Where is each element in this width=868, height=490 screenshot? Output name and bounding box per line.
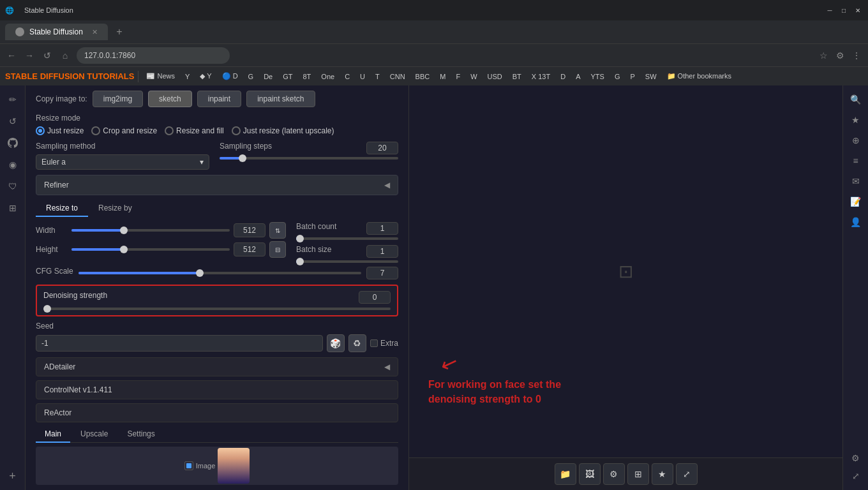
- bookmark-y1[interactable]: Y: [181, 71, 193, 82]
- tab-resize-by[interactable]: Resize by: [88, 200, 142, 217]
- forward-button[interactable]: →: [23, 49, 36, 62]
- swap-dimensions-button[interactable]: ⇅: [269, 222, 286, 239]
- right-sidebar-search[interactable]: 🔍: [847, 91, 865, 108]
- adetailer-accordion[interactable]: ADetailer ◀: [36, 357, 398, 376]
- bookmark-13t[interactable]: X 13T: [528, 71, 554, 82]
- resize-latent[interactable]: Just resize (latent upscale): [232, 126, 334, 135]
- sidebar-icon-shield[interactable]: 🛡: [4, 177, 22, 195]
- denoising-thumb[interactable]: [43, 305, 51, 313]
- bookmark-u[interactable]: U: [356, 71, 369, 82]
- close-button[interactable]: ✕: [853, 5, 863, 15]
- reload-button[interactable]: ↺: [41, 49, 54, 62]
- toolbar-resize-button[interactable]: ⤢: [676, 463, 698, 485]
- sidebar-icon-pencil[interactable]: ✏: [4, 91, 22, 108]
- bookmark-one[interactable]: One: [317, 71, 338, 82]
- back-button[interactable]: ←: [5, 49, 18, 62]
- bookmark-d[interactable]: 🔵 D: [218, 71, 242, 82]
- sidebar-icon-layers[interactable]: ⊞: [4, 199, 22, 217]
- right-sidebar-list[interactable]: ≡: [847, 152, 865, 170]
- bookmark-w[interactable]: W: [467, 71, 481, 82]
- batch-count-thumb[interactable]: [296, 235, 304, 242]
- batch-size-thumb[interactable]: [296, 258, 304, 265]
- batch-size-track[interactable]: [296, 260, 398, 263]
- denoising-value[interactable]: 0: [359, 291, 391, 304]
- sampling-steps-thumb[interactable]: [239, 154, 246, 162]
- toolbar-layers-button[interactable]: ⊞: [627, 463, 649, 485]
- width-track[interactable]: [71, 229, 230, 232]
- bookmark-bt[interactable]: BT: [509, 71, 525, 82]
- sidebar-icon-refresh[interactable]: ↺: [4, 112, 22, 130]
- active-tab[interactable]: Stable Diffusion ✕: [5, 24, 108, 40]
- home-button[interactable]: ⌂: [59, 49, 71, 62]
- extra-checkbox[interactable]: [370, 339, 378, 347]
- bookmark-y2[interactable]: ◆ Y: [196, 71, 215, 82]
- reactor-tab-settings[interactable]: Settings: [118, 426, 163, 443]
- resize-fill[interactable]: Resize and fill: [165, 126, 224, 135]
- right-sidebar-gear[interactable]: ⚙: [847, 449, 865, 467]
- minimize-button[interactable]: ─: [825, 5, 835, 15]
- bookmark-t[interactable]: T: [371, 71, 384, 82]
- aspect-ratio-button[interactable]: ⊟: [269, 241, 286, 258]
- cfg-scale-value[interactable]: 7: [366, 267, 398, 279]
- toolbar-star-button[interactable]: ★: [652, 463, 673, 485]
- toolbar-folder-button[interactable]: 📁: [555, 463, 576, 485]
- batch-size-value[interactable]: 1: [366, 245, 398, 258]
- bookmark-gt[interactable]: GT: [279, 71, 296, 82]
- cfg-scale-track[interactable]: [79, 272, 361, 274]
- extensions-button[interactable]: ⚙: [834, 49, 846, 62]
- reactor-accordion[interactable]: ReActor: [36, 403, 398, 422]
- new-tab-button[interactable]: +: [110, 23, 128, 41]
- batch-count-track[interactable]: [296, 237, 398, 240]
- right-sidebar-ext[interactable]: ⊕: [847, 131, 865, 149]
- tab-resize-to[interactable]: Resize to: [36, 200, 88, 217]
- seed-recycle-button[interactable]: ♻: [348, 334, 366, 352]
- resize-crop-resize[interactable]: Crop and resize: [91, 126, 157, 135]
- bookmark-usd[interactable]: USD: [484, 71, 506, 82]
- batch-count-value[interactable]: 1: [366, 222, 398, 235]
- preview-checkbox[interactable]: [184, 461, 193, 470]
- sidebar-icon-circle[interactable]: ◉: [4, 156, 22, 174]
- seed-dice-button[interactable]: 🎲: [327, 334, 345, 352]
- bookmark-yts[interactable]: YTS: [587, 71, 608, 82]
- bookmark-p[interactable]: P: [626, 71, 638, 82]
- sampling-steps-track[interactable]: [220, 157, 398, 160]
- right-sidebar-mail[interactable]: ✉: [847, 172, 865, 190]
- sidebar-add-button[interactable]: +: [4, 467, 22, 485]
- height-track[interactable]: [71, 248, 230, 251]
- bookmark-d2[interactable]: D: [557, 71, 569, 82]
- reactor-tab-main[interactable]: Main: [36, 426, 70, 443]
- bookmark-button[interactable]: ☆: [817, 49, 830, 62]
- bookmark-m[interactable]: M: [436, 71, 449, 82]
- denoising-track[interactable]: [43, 308, 391, 310]
- refiner-accordion[interactable]: Refiner ◀: [36, 175, 398, 195]
- width-thumb[interactable]: [120, 226, 128, 234]
- copy-btn-img2img[interactable]: img2img: [93, 91, 143, 107]
- copy-btn-inpaint[interactable]: inpaint: [197, 91, 241, 107]
- right-sidebar-resize[interactable]: ⤢: [847, 467, 865, 485]
- right-sidebar-user[interactable]: 👤: [847, 213, 865, 231]
- bookmark-sw[interactable]: SW: [641, 71, 661, 82]
- menu-button[interactable]: ⋮: [850, 49, 863, 62]
- toolbar-sliders-button[interactable]: ⚙: [603, 463, 625, 485]
- controlnet-accordion[interactable]: ControlNet v1.1.411: [36, 380, 398, 399]
- sampling-steps-value[interactable]: 20: [366, 142, 398, 154]
- bookmark-de[interactable]: De: [260, 71, 276, 82]
- right-sidebar-note[interactable]: 📝: [847, 193, 865, 211]
- bookmark-f[interactable]: F: [452, 71, 464, 82]
- bookmark-bbc[interactable]: BBC: [412, 71, 434, 82]
- bookmark-cnn[interactable]: CNN: [386, 71, 409, 82]
- bookmark-g2[interactable]: G: [611, 71, 624, 82]
- tab-close-icon[interactable]: ✕: [92, 28, 98, 36]
- cfg-scale-thumb[interactable]: [196, 269, 204, 277]
- bookmark-a[interactable]: A: [572, 71, 584, 82]
- bookmark-news[interactable]: 📰 News: [142, 71, 179, 82]
- copy-btn-inpaint-sketch[interactable]: inpaint sketch: [246, 91, 315, 107]
- toolbar-image-button[interactable]: 🖼: [579, 463, 601, 485]
- url-input[interactable]: [77, 47, 230, 64]
- height-value[interactable]: 512: [234, 242, 266, 256]
- reactor-tab-upscale[interactable]: Upscale: [71, 426, 117, 443]
- bookmark-8t[interactable]: 8T: [299, 71, 315, 82]
- maximize-button[interactable]: □: [839, 5, 849, 15]
- right-sidebar-star[interactable]: ★: [847, 111, 865, 129]
- width-value[interactable]: 512: [234, 223, 266, 237]
